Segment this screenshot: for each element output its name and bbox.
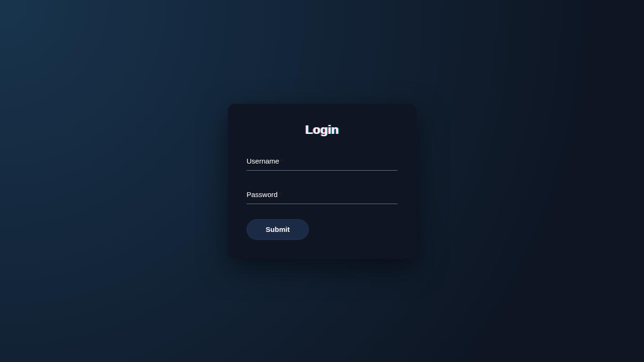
username-field-wrapper: Username*: [247, 151, 397, 171]
password-field-wrapper: Password*: [247, 185, 397, 204]
password-input[interactable]: [247, 185, 397, 204]
login-title: Login: [247, 123, 397, 137]
login-card: Login Username* Password* Submit: [228, 104, 416, 259]
submit-button[interactable]: Submit: [247, 219, 309, 240]
username-input[interactable]: [247, 151, 397, 170]
